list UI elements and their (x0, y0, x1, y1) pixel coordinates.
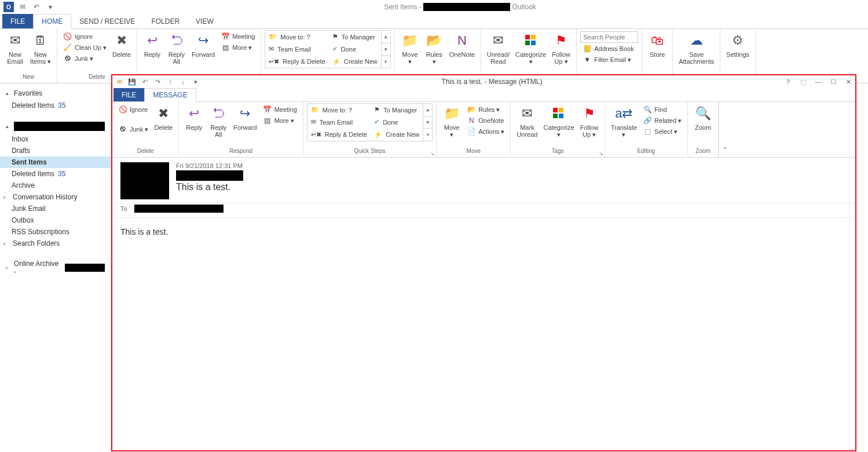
msg-forward-button[interactable]: ↪Forward (231, 103, 259, 131)
msg-qa-prev-icon[interactable]: ↑ (166, 77, 175, 86)
move-button[interactable]: 📁Move▾ (398, 30, 422, 65)
store-button[interactable]: 🛍Store (646, 30, 669, 58)
folder-inbox[interactable]: Inbox (0, 133, 111, 145)
settings-button[interactable]: ⚙Settings (724, 30, 752, 58)
close-button[interactable]: ✕ (844, 78, 853, 86)
msg-qa-save-icon[interactable]: 💾 (127, 77, 137, 86)
ribbon-display-icon[interactable]: ⬚ (799, 78, 808, 86)
maximize-button[interactable]: ☐ (829, 78, 838, 86)
msg-followup-button[interactable]: ⚑FollowUp ▾ (578, 103, 601, 138)
msg-qa-next-icon[interactable]: ↓ (178, 77, 188, 86)
qa-customize-icon[interactable]: ▾ (45, 2, 56, 12)
msg-quicksteps-launcher[interactable]: ↘ (430, 151, 435, 156)
qs-scroll-up[interactable]: ▲ (382, 31, 390, 43)
msg-qa-mail-icon[interactable]: ✉ (115, 77, 124, 86)
new-email-button[interactable]: ✉NewEmail (3, 30, 27, 65)
msg-translate-button[interactable]: a⇄Translate▾ (609, 103, 639, 138)
qs-to-manager[interactable]: ⚑To Manager (332, 32, 378, 41)
unread-read-button[interactable]: ✉Unread/Read (485, 30, 512, 65)
msg-qs-create-new[interactable]: ⚡Create New (374, 130, 419, 139)
new-items-button[interactable]: 🗓NewItems ▾ (28, 30, 53, 65)
tab-view[interactable]: VIEW (188, 14, 222, 28)
forward-button[interactable]: ↪Forward (189, 30, 217, 58)
msg-ignore-button[interactable]: 🚫Ignore (116, 104, 151, 115)
qa-send-receive-icon[interactable]: ✉ (17, 2, 28, 12)
folder-search-folders[interactable]: ▹Search Folders (0, 238, 111, 249)
folder-deleted-items-fav[interactable]: Deleted Items 35 (0, 100, 111, 111)
msg-qs-move-to[interactable]: 📁Move to: ? (311, 105, 367, 114)
categorize-button[interactable]: Categorize▾ (513, 30, 548, 65)
msg-qs-expand[interactable]: ▾ (423, 129, 432, 141)
address-book-button[interactable]: 📒Address Book (580, 43, 638, 54)
msg-quick-steps-gallery[interactable]: 📁Move to: ? ✉Team Email ↩✖Reply & Delete… (307, 103, 433, 141)
tab-send-receive[interactable]: SEND / RECEIVE (71, 14, 143, 28)
msg-tags-launcher[interactable]: ↘ (599, 151, 603, 156)
qa-undo-icon[interactable]: ↶ (31, 2, 42, 12)
qs-move-to[interactable]: 📁Move to: ? (269, 32, 325, 41)
msg-qs-done[interactable]: ✔Done (374, 118, 419, 126)
junk-button[interactable]: 🛇Junk ▾ (61, 53, 109, 64)
delete-button[interactable]: ✖Delete (110, 30, 133, 58)
onenote-button[interactable]: NOneNote (447, 30, 477, 58)
msg-mark-unread-button[interactable]: ✉MarkUnread (514, 103, 540, 138)
search-people-input[interactable] (580, 31, 638, 43)
folder-junk[interactable]: Junk Email (0, 203, 111, 214)
qs-done[interactable]: ✔Done (332, 45, 378, 53)
msg-body[interactable]: This is a test. (112, 218, 855, 450)
folder-archive[interactable]: Archive (0, 180, 111, 191)
help-icon[interactable]: ? (783, 78, 793, 86)
msg-rules-button[interactable]: 📂Rules ▾ (464, 104, 507, 115)
msg-reply-button[interactable]: ↩Reply (182, 103, 206, 131)
msg-ribbon-collapse[interactable]: ˄ (719, 102, 730, 157)
folder-rss[interactable]: RSS Subscriptions (0, 226, 111, 238)
msg-move-button[interactable]: 📁Move▾ (440, 103, 463, 138)
ignore-button[interactable]: 🚫Ignore (61, 31, 109, 42)
filter-email-button[interactable]: ▼Filter Email ▾ (580, 54, 638, 65)
meeting-button[interactable]: 📅Meeting (218, 31, 257, 42)
qs-expand[interactable]: ▾ (382, 56, 390, 68)
folder-outbox[interactable]: Outbox (0, 214, 111, 226)
msg-meeting-button[interactable]: 📅Meeting (261, 104, 299, 115)
folder-deleted-items[interactable]: Deleted Items 35 (0, 168, 111, 180)
msg-related-button[interactable]: 🔗Related ▾ (640, 115, 684, 126)
folder-conversation-history[interactable]: ▹Conversation History (0, 191, 111, 203)
msg-qa-redo-icon[interactable]: ↷ (153, 77, 162, 86)
msg-tab-message[interactable]: MESSAGE (144, 88, 196, 102)
quick-steps-gallery[interactable]: 📁Move to: ? ✉Team Email ↩✖Reply & Delete… (265, 30, 390, 68)
qs-team-email[interactable]: ✉Team Email (269, 45, 325, 53)
msg-qs-team-email[interactable]: ✉Team Email (311, 118, 367, 126)
respond-more-button[interactable]: ▤More ▾ (218, 42, 257, 53)
msg-junk-button[interactable]: 🛇Junk ▾ (116, 124, 151, 134)
msg-qs-to-manager[interactable]: ⚑To Manager (374, 105, 419, 114)
msg-zoom-button[interactable]: 🔍Zoom (691, 103, 715, 131)
tab-folder[interactable]: FOLDER (143, 14, 188, 28)
msg-find-button[interactable]: 🔍Find (640, 104, 684, 115)
msg-qs-scroll-up[interactable]: ▲ (423, 104, 432, 116)
msg-reply-all-button[interactable]: ⮌ReplyAll (207, 103, 230, 138)
msg-select-button[interactable]: ⬚Select ▾ (640, 126, 684, 137)
folder-drafts[interactable]: Drafts (0, 145, 111, 156)
qs-scroll-down[interactable]: ▼ (382, 43, 390, 56)
msg-actions-button[interactable]: 📄Actions ▾ (464, 126, 507, 137)
msg-categorize-button[interactable]: Categorize▾ (541, 103, 576, 138)
msg-delete-button[interactable]: ✖Delete (152, 103, 175, 131)
minimize-button[interactable]: — (814, 78, 823, 86)
msg-tab-file[interactable]: FILE (113, 88, 144, 101)
folder-sent-items[interactable]: Sent Items (0, 156, 111, 168)
account-header[interactable]: ▴ (0, 119, 111, 133)
save-attachments-button[interactable]: ☁SaveAttachments (676, 30, 716, 65)
online-archive-header[interactable]: ▹Online Archive - (0, 257, 111, 278)
tab-file[interactable]: FILE (2, 14, 33, 28)
tab-home[interactable]: HOME (33, 14, 71, 29)
msg-qs-scroll-down[interactable]: ▼ (423, 116, 432, 129)
msg-qs-reply-delete[interactable]: ↩✖Reply & Delete (311, 130, 367, 139)
qs-reply-delete[interactable]: ↩✖Reply & Delete (269, 57, 325, 66)
msg-qa-customize-icon[interactable]: ▾ (191, 77, 200, 86)
cleanup-button[interactable]: 🧹Clean Up ▾ (61, 42, 109, 53)
favorites-header[interactable]: ▴Favorites (0, 87, 111, 100)
msg-qa-undo-icon[interactable]: ↶ (140, 77, 149, 86)
rules-button[interactable]: 📂Rules▾ (423, 30, 446, 65)
reply-button[interactable]: ↩Reply (141, 30, 164, 58)
reply-all-button[interactable]: ⮌ReplyAll (165, 30, 188, 65)
qs-create-new[interactable]: ⚡Create New (332, 57, 378, 66)
